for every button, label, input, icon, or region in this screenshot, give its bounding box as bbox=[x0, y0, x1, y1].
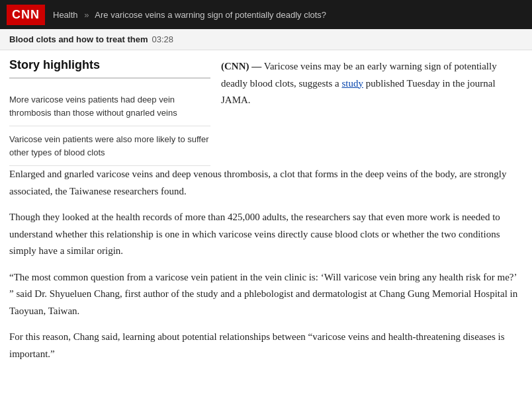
top-navigation: CNN Health » Are varicose veins a warnin… bbox=[0, 0, 532, 29]
paragraph-3: Though they looked at the health records… bbox=[9, 209, 523, 260]
paragraph-5: For this reason, Chang said, learning ab… bbox=[9, 329, 523, 362]
study-link[interactable]: study bbox=[341, 78, 363, 89]
nav-breadcrumb: Health » Are varicose veins a warning si… bbox=[53, 10, 326, 20]
article-body: Enlarged and gnarled varicose veins and … bbox=[0, 166, 532, 385]
video-duration: 03:28 bbox=[152, 34, 173, 44]
cnn-logo: CNN bbox=[7, 5, 45, 25]
article-first-para: (CNN) — Varicose veins may be an early w… bbox=[221, 58, 523, 166]
video-title: Blood clots and how to treat them bbox=[9, 34, 148, 44]
paragraph-2: Enlarged and gnarled varicose veins and … bbox=[9, 166, 523, 200]
highlight-item-2: Varicose vein patients were also more li… bbox=[9, 126, 210, 166]
highlight-item-1: More varicose veins patients had deep ve… bbox=[9, 87, 210, 126]
source-cnn: (CNN) — bbox=[221, 61, 261, 71]
section-link[interactable]: Health bbox=[53, 10, 78, 20]
article-title-nav: Are varicose veins a warning sign of pot… bbox=[95, 10, 326, 20]
top-section: Story highlights More varicose veins pat… bbox=[0, 50, 532, 166]
doctor-link[interactable]: Dr. Shyueluen Chang, bbox=[34, 288, 122, 299]
paragraph-4: “The most common question from a varicos… bbox=[9, 269, 523, 320]
story-highlights-sidebar: Story highlights More varicose veins pat… bbox=[9, 58, 221, 166]
paragraph-1: (CNN) — Varicose veins may be an early w… bbox=[221, 58, 523, 109]
para4-mid: first author of the study and a phlebolo… bbox=[122, 288, 379, 299]
breadcrumb-separator: » bbox=[84, 10, 89, 20]
video-bar: Blood clots and how to treat them 03:28 bbox=[0, 29, 532, 50]
story-highlights-heading: Story highlights bbox=[9, 58, 210, 79]
